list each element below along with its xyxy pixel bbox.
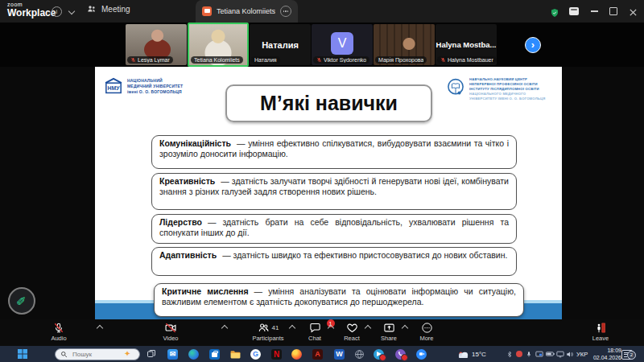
taskbar-app-google[interactable]: G	[250, 348, 261, 360]
task-view-button[interactable]	[147, 348, 156, 360]
tray-display-icon[interactable]	[556, 348, 564, 360]
notification-center-button[interactable]: 2	[621, 349, 636, 360]
windows-taskbar: ✦ ✉ G N A W	[0, 346, 644, 362]
video-button[interactable]: Video	[147, 322, 195, 342]
center-logo-line: НАВЧАЛЬНО-НАУКОВИЙ ЦЕНТР	[469, 77, 545, 81]
taskbar-clock[interactable]: 18:09 02.04.2026	[593, 348, 621, 361]
skill-box-critical-thinking: Критичне мислення— уміння аналізувати та…	[154, 283, 524, 317]
leave-button[interactable]: Leave	[576, 322, 625, 342]
taskbar-app-edge[interactable]	[188, 348, 199, 360]
tray-mic-icon[interactable]	[526, 348, 532, 360]
share-button[interactable]: Share	[369, 322, 409, 342]
acrobat-icon: A	[312, 349, 323, 360]
window-titlebar: zoom Workplace i Meeting Tetiana Kolomii…	[0, 0, 644, 23]
tab-options-icon[interactable]	[280, 6, 291, 17]
taskbar-app-browser-globe[interactable]	[354, 348, 365, 360]
viber-icon	[395, 349, 406, 360]
audio-options-chevron[interactable]	[97, 325, 103, 331]
center-logo-line: ІНСТИТУТУ ПІСЛЯДИПЛОМНОЇ ОСВІТИ	[469, 87, 545, 91]
language-indicator[interactable]: УКР	[576, 351, 588, 358]
telegram-icon	[374, 349, 384, 360]
maximize-button[interactable]	[609, 6, 617, 15]
slide-title-box: М’які навички	[225, 84, 432, 122]
weather-widget[interactable]: 15°C	[457, 348, 486, 360]
taskbar-app-acrobat[interactable]: A	[312, 348, 323, 360]
meeting-tab-label: Meeting	[101, 5, 130, 14]
info-icon[interactable]: i	[52, 6, 62, 17]
participant-name-label: Наталия	[251, 56, 280, 64]
slide-title: М’які навички	[260, 92, 398, 115]
tray-screen-share-icon[interactable]	[535, 348, 543, 360]
nmu-logo-line: НАЦІОНАЛЬНИЙ	[127, 78, 183, 83]
mail-icon: ✉	[167, 349, 178, 360]
participant-tile-nataliya[interactable]: Наталия Наталия	[250, 24, 311, 65]
more-button[interactable]: More	[407, 322, 447, 342]
skill-box-leadership: Лідерство— здатність брати на себе відпо…	[151, 214, 517, 244]
date-label: 02.04.2026	[593, 355, 621, 362]
participant-tile-viktor[interactable]: V Viktor Sydorenko	[312, 24, 373, 65]
taskbar-app-zoom[interactable]	[416, 348, 427, 360]
center-logo-line: НЕПЕРЕРВНОЇ ПРОФЕСІЙНОЇ ОСВІТИ	[469, 82, 545, 86]
chat-button[interactable]: 1 Chat	[295, 322, 335, 342]
taskbar-app-telegram[interactable]	[374, 348, 384, 360]
share-screen-icon	[383, 322, 395, 334]
minimize-button[interactable]	[591, 6, 598, 12]
taskbar-app-viber[interactable]	[395, 348, 406, 360]
search-icon	[60, 351, 68, 358]
windows-logo-icon	[18, 349, 27, 359]
participant-tile-lesya[interactable]: Lesya Lymar	[126, 24, 187, 65]
next-participants-button[interactable]: ›	[525, 37, 541, 53]
participant-tile-tetiana-active-speaker[interactable]: Tetiana Kolomiiets	[188, 23, 249, 67]
chevron-down-icon[interactable]	[68, 8, 75, 14]
taskbar-app-explorer[interactable]	[230, 348, 241, 360]
react-button[interactable]: React	[332, 322, 372, 342]
weather-cloud-icon	[457, 350, 469, 359]
zoom-workplace-logo: zoom Workplace	[7, 2, 56, 18]
participant-tile-halyna[interactable]: Halyna Mostba... Halyna Mostbauer	[436, 24, 497, 65]
edge-icon	[188, 349, 199, 360]
participant-name-label: Halyna Mostbauer	[437, 56, 497, 64]
education-center-logo: НАВЧАЛЬНО-НАУКОВИЙ ЦЕНТР НЕПЕРЕРВНОЇ ПРО…	[445, 77, 545, 101]
tray-recording-icon[interactable]	[516, 348, 522, 360]
taskbar-search-box[interactable]: ✦	[55, 348, 140, 360]
taskbar-app-store[interactable]	[209, 348, 220, 360]
microsoft-store-icon	[209, 349, 220, 360]
participant-name-label: Viktor Sydorenko	[313, 56, 369, 64]
search-input[interactable]	[71, 350, 121, 359]
globe-icon	[354, 349, 365, 360]
taskbar-app-mail[interactable]: ✉	[167, 348, 178, 360]
taskbar-app-netflix[interactable]: N	[271, 348, 282, 360]
tray-battery-icon[interactable]	[546, 348, 555, 360]
tray-volume-icon[interactable]	[566, 348, 574, 360]
layout-icon[interactable]	[569, 6, 579, 15]
tab-meeting[interactable]: Meeting	[87, 4, 130, 14]
mic-muted-icon	[440, 57, 446, 63]
taskbar-app-firefox[interactable]	[291, 348, 302, 360]
mic-muted-icon	[130, 57, 136, 63]
taskbar-app-word[interactable]: W	[334, 348, 345, 360]
leave-door-icon	[595, 322, 607, 334]
close-button[interactable]	[629, 6, 638, 20]
tray-bluetooth-icon[interactable]	[506, 348, 513, 360]
participant-tile-maria[interactable]: Марія Прохорова	[374, 24, 435, 65]
people-icon	[87, 4, 97, 14]
netflix-icon: N	[271, 349, 282, 360]
video-options-chevron[interactable]	[221, 325, 228, 331]
annotate-button[interactable]: ✎	[8, 287, 35, 315]
nmu-logo-line: МЕДИЧНИЙ УНІВЕРСИТЕТ	[127, 84, 183, 88]
nmu-logo-line: імені О. О. БОГОМОЛЬЦЯ	[127, 89, 183, 94]
audio-button[interactable]: Audio	[35, 322, 83, 342]
participants-button[interactable]: 41 Participants	[240, 322, 296, 342]
brand-zoom: zoom	[7, 2, 56, 7]
start-button[interactable]	[18, 348, 27, 360]
zoom-meeting-window: zoom Workplace i Meeting Tetiana Kolomii…	[0, 0, 644, 362]
tab-shared-screen[interactable]: Tetiana Kolomiiets's screen	[196, 0, 298, 23]
avatar: V	[331, 32, 353, 55]
shared-screen-area: НМУ НАЦІОНАЛЬНИЙ МЕДИЧНИЙ УНІВЕРСИТЕТ ім…	[0, 67, 644, 319]
viber-badge	[401, 354, 408, 361]
skill-box-adaptability: Адаптивність— здатність швидко та ефекти…	[151, 247, 517, 276]
time-label: 18:09	[593, 348, 621, 355]
security-shield-icon[interactable]	[550, 6, 559, 21]
mic-muted-icon	[53, 322, 64, 334]
nmu-university-logo: НМУ НАЦІОНАЛЬНИЙ МЕДИЧНИЙ УНІВЕРСИТЕТ ім…	[103, 76, 183, 96]
